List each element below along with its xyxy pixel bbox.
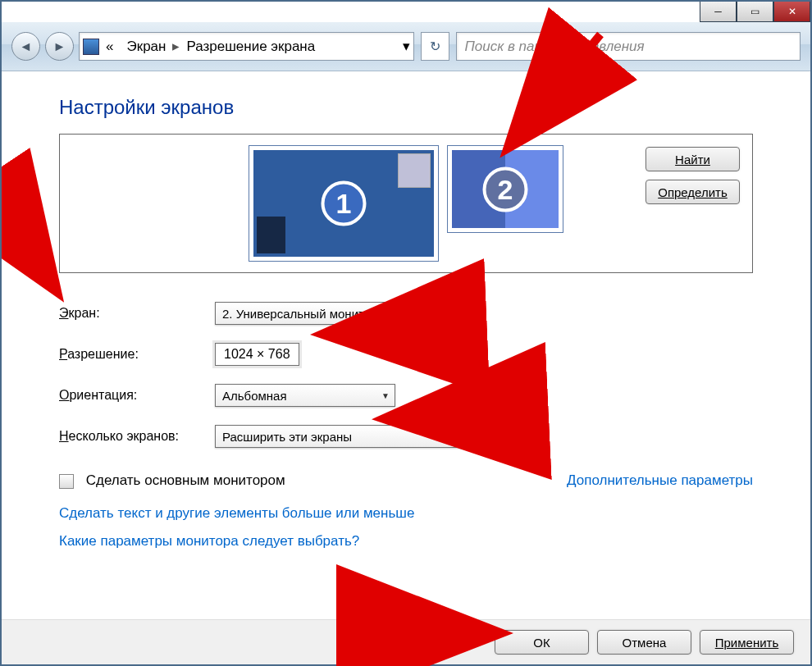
which-monitor-link[interactable]: Какие параметры монитора следует выбрать… (59, 533, 753, 550)
multi-value: Расширить эти экраны (222, 430, 352, 444)
breadcrumb-item-resolution[interactable]: Разрешение экрана (186, 39, 315, 55)
monitor-1[interactable]: 1 (249, 146, 438, 261)
primary-monitor-label: Сделать основным монитором (86, 472, 285, 488)
window-thumb-icon (257, 217, 285, 253)
refresh-icon: ↻ (430, 39, 440, 54)
minimize-button[interactable]: ─ (700, 2, 737, 22)
arrow-right-icon: ► (53, 39, 66, 54)
monitor-number-2: 2 (483, 166, 528, 212)
back-button[interactable]: ◄ (11, 32, 40, 61)
orientation-dropdown[interactable]: Альбомная ▼ (215, 384, 395, 407)
breadcrumb[interactable]: « Экран ▸ Разрешение экрана ▾ (79, 32, 414, 61)
content-area: Настройки экранов 1 2 Найти Определить Э… (2, 71, 810, 664)
resolution-label: Разрешение: (59, 347, 215, 362)
titlebar-buttons: ─ ▭ ✕ (700, 2, 810, 22)
monitor-number-1: 1 (322, 181, 367, 226)
breadcrumb-item-screen[interactable]: Экран (126, 39, 166, 55)
forward-button[interactable]: ► (45, 32, 74, 61)
main-window: ─ ▭ ✕ ◄ ► « Экран ▸ Разрешение экрана ▾ … (0, 0, 812, 666)
bc-chevron-icon: « (106, 39, 113, 55)
multi-label: Несколько экранов: (59, 429, 215, 444)
refresh-button[interactable]: ↻ (421, 32, 449, 61)
window-thumb-icon (398, 153, 431, 188)
close-button[interactable]: ✕ (773, 2, 810, 22)
navbar: ◄ ► « Экран ▸ Разрешение экрана ▾ ↻ Поис… (2, 22, 810, 71)
chevron-down-icon: ▼ (381, 391, 390, 400)
text-size-link[interactable]: Сделать текст и другие элементы больше и… (59, 505, 753, 522)
display-value: 2. Универсальный монитор не PnP (222, 307, 422, 321)
orientation-label: Ориентация: (59, 388, 215, 403)
chevron-down-icon: ▼ (459, 309, 468, 318)
page-title: Настройки экранов (59, 96, 753, 119)
cancel-button[interactable]: Отмена (597, 630, 691, 655)
multi-dropdown[interactable]: Расширить эти экраны ▼ (215, 425, 510, 448)
apply-button[interactable]: Применить (700, 630, 794, 655)
search-input[interactable]: Поиск в панели управления (456, 32, 801, 61)
chevron-right-icon: ▸ (172, 38, 180, 55)
monitor-icon (83, 39, 99, 55)
display-dropdown[interactable]: 2. Универсальный монитор не PnP ▼ (215, 302, 473, 325)
identify-button[interactable]: Определить (645, 180, 740, 204)
monitor-2[interactable]: 2 (448, 146, 563, 232)
resolution-button[interactable]: 1024 × 768 (215, 343, 299, 366)
monitor-preview-box: 1 2 Найти Определить (59, 134, 753, 273)
arrow-left-icon: ◄ (20, 39, 33, 54)
chevron-down-icon: ▼ (496, 432, 504, 441)
orientation-value: Альбомная (222, 389, 287, 403)
advanced-link[interactable]: Дополнительные параметры (567, 472, 753, 489)
maximize-button[interactable]: ▭ (737, 2, 773, 22)
resolution-value: 1024 × 768 (224, 347, 290, 362)
display-label: Экран: (59, 306, 215, 321)
primary-monitor-row: Сделать основным монитором (59, 472, 285, 489)
primary-monitor-checkbox[interactable] (59, 474, 74, 489)
search-placeholder: Поиск в панели управления (465, 39, 645, 55)
ok-button[interactable]: ОК (495, 630, 589, 655)
find-button[interactable]: Найти (645, 147, 740, 171)
dropdown-icon[interactable]: ▾ (403, 38, 410, 55)
monitor-area[interactable]: 1 2 (249, 146, 563, 261)
footer-buttons: ОК Отмена Применить (2, 619, 810, 664)
